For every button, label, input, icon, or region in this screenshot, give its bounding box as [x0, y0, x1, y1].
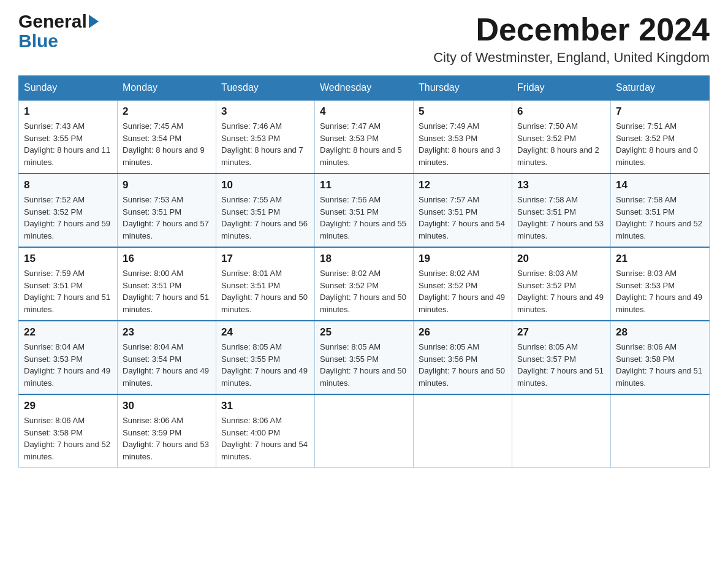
day-number: 28 [616, 326, 704, 339]
calendar-table: SundayMondayTuesdayWednesdayThursdayFrid… [18, 75, 710, 468]
day-info: Sunrise: 8:04 AMSunset: 3:54 PMDaylight:… [123, 342, 209, 388]
calendar-header-saturday: Saturday [611, 76, 710, 101]
calendar-cell: 15 Sunrise: 7:59 AMSunset: 3:51 PMDaylig… [19, 247, 118, 321]
day-number: 16 [123, 253, 211, 265]
calendar-cell: 17 Sunrise: 8:01 AMSunset: 3:51 PMDaylig… [216, 247, 315, 321]
title-section: December 2024 City of Westminster, Engla… [433, 12, 710, 66]
calendar-cell: 18 Sunrise: 8:02 AMSunset: 3:52 PMDaylig… [315, 247, 414, 321]
day-info: Sunrise: 8:05 AMSunset: 3:56 PMDaylight:… [419, 342, 505, 388]
calendar-cell: 12 Sunrise: 7:57 AMSunset: 3:51 PMDaylig… [414, 174, 512, 247]
day-info: Sunrise: 7:43 AMSunset: 3:55 PMDaylight:… [24, 121, 110, 167]
logo-arrow-icon [89, 15, 99, 28]
day-number: 3 [221, 105, 309, 118]
day-info: Sunrise: 8:00 AMSunset: 3:51 PMDaylight:… [123, 269, 209, 314]
day-number: 2 [123, 105, 211, 118]
day-number: 30 [123, 400, 211, 412]
page-header: General Blue December 2024 City of Westm… [18, 12, 710, 66]
day-info: Sunrise: 8:06 AMSunset: 3:58 PMDaylight:… [616, 342, 702, 388]
day-number: 19 [419, 253, 507, 265]
calendar-cell: 16 Sunrise: 8:00 AMSunset: 3:51 PMDaylig… [118, 247, 216, 321]
day-info: Sunrise: 7:47 AMSunset: 3:53 PMDaylight:… [320, 121, 402, 167]
day-number: 9 [123, 179, 211, 191]
day-info: Sunrise: 7:53 AMSunset: 3:51 PMDaylight:… [123, 195, 209, 240]
calendar-week-row: 29 Sunrise: 8:06 AMSunset: 3:58 PMDaylig… [19, 394, 710, 468]
day-info: Sunrise: 7:45 AMSunset: 3:54 PMDaylight:… [123, 121, 205, 167]
calendar-cell [315, 394, 414, 468]
day-info: Sunrise: 7:52 AMSunset: 3:52 PMDaylight:… [24, 195, 110, 240]
day-info: Sunrise: 8:02 AMSunset: 3:52 PMDaylight:… [419, 269, 505, 314]
day-number: 5 [419, 105, 507, 118]
day-info: Sunrise: 7:51 AMSunset: 3:52 PMDaylight:… [616, 121, 698, 167]
calendar-cell: 20 Sunrise: 8:03 AMSunset: 3:52 PMDaylig… [512, 247, 611, 321]
calendar-cell: 3 Sunrise: 7:46 AMSunset: 3:53 PMDayligh… [216, 100, 315, 174]
day-info: Sunrise: 8:06 AMSunset: 3:59 PMDaylight:… [123, 416, 209, 461]
calendar-header-wednesday: Wednesday [315, 76, 414, 101]
day-info: Sunrise: 7:49 AMSunset: 3:53 PMDaylight:… [419, 121, 501, 167]
calendar-cell: 31 Sunrise: 8:06 AMSunset: 4:00 PMDaylig… [216, 394, 315, 468]
logo: General Blue [18, 12, 100, 50]
logo-text-blue: Blue [18, 31, 58, 51]
day-number: 8 [24, 179, 112, 191]
calendar-cell: 11 Sunrise: 7:56 AMSunset: 3:51 PMDaylig… [315, 174, 414, 247]
day-number: 17 [221, 253, 309, 265]
day-number: 25 [320, 326, 408, 339]
day-number: 1 [24, 105, 112, 118]
day-info: Sunrise: 8:05 AMSunset: 3:55 PMDaylight:… [320, 342, 406, 388]
day-info: Sunrise: 7:58 AMSunset: 3:51 PMDaylight:… [517, 195, 604, 240]
calendar-header-thursday: Thursday [414, 76, 512, 101]
day-info: Sunrise: 8:05 AMSunset: 3:55 PMDaylight:… [221, 342, 308, 388]
day-number: 10 [221, 179, 309, 191]
calendar-week-row: 1 Sunrise: 7:43 AMSunset: 3:55 PMDayligh… [19, 100, 710, 174]
calendar-cell: 23 Sunrise: 8:04 AMSunset: 3:54 PMDaylig… [118, 321, 216, 394]
calendar-cell: 9 Sunrise: 7:53 AMSunset: 3:51 PMDayligh… [118, 174, 216, 247]
day-number: 20 [517, 253, 605, 265]
calendar-cell [414, 394, 512, 468]
calendar-cell: 27 Sunrise: 8:05 AMSunset: 3:57 PMDaylig… [512, 321, 611, 394]
day-info: Sunrise: 7:59 AMSunset: 3:51 PMDaylight:… [24, 269, 110, 314]
calendar-cell: 21 Sunrise: 8:03 AMSunset: 3:53 PMDaylig… [611, 247, 710, 321]
day-number: 12 [419, 179, 507, 191]
day-info: Sunrise: 8:04 AMSunset: 3:53 PMDaylight:… [24, 342, 110, 388]
day-number: 23 [123, 326, 211, 339]
day-number: 26 [419, 326, 507, 339]
calendar-cell: 22 Sunrise: 8:04 AMSunset: 3:53 PMDaylig… [19, 321, 118, 394]
day-info: Sunrise: 7:50 AMSunset: 3:52 PMDaylight:… [517, 121, 599, 167]
day-number: 7 [616, 105, 704, 118]
calendar-header-monday: Monday [118, 76, 216, 101]
day-number: 6 [517, 105, 605, 118]
day-number: 27 [517, 326, 605, 339]
day-number: 18 [320, 253, 408, 265]
day-number: 29 [24, 400, 112, 412]
calendar-cell: 4 Sunrise: 7:47 AMSunset: 3:53 PMDayligh… [315, 100, 414, 174]
day-number: 15 [24, 253, 112, 265]
calendar-cell: 28 Sunrise: 8:06 AMSunset: 3:58 PMDaylig… [611, 321, 710, 394]
day-number: 4 [320, 105, 408, 118]
calendar-cell: 5 Sunrise: 7:49 AMSunset: 3:53 PMDayligh… [414, 100, 512, 174]
calendar-week-row: 15 Sunrise: 7:59 AMSunset: 3:51 PMDaylig… [19, 247, 710, 321]
day-info: Sunrise: 8:05 AMSunset: 3:57 PMDaylight:… [517, 342, 604, 388]
day-info: Sunrise: 7:58 AMSunset: 3:51 PMDaylight:… [616, 195, 702, 240]
calendar-cell: 26 Sunrise: 8:05 AMSunset: 3:56 PMDaylig… [414, 321, 512, 394]
day-number: 21 [616, 253, 704, 265]
day-info: Sunrise: 8:03 AMSunset: 3:53 PMDaylight:… [616, 269, 702, 314]
day-info: Sunrise: 7:46 AMSunset: 3:53 PMDaylight:… [221, 121, 303, 167]
day-info: Sunrise: 8:06 AMSunset: 3:58 PMDaylight:… [24, 416, 110, 461]
calendar-header-tuesday: Tuesday [216, 76, 315, 101]
calendar-cell: 29 Sunrise: 8:06 AMSunset: 3:58 PMDaylig… [19, 394, 118, 468]
day-info: Sunrise: 7:55 AMSunset: 3:51 PMDaylight:… [221, 195, 308, 240]
calendar-cell: 6 Sunrise: 7:50 AMSunset: 3:52 PMDayligh… [512, 100, 611, 174]
calendar-header-friday: Friday [512, 76, 611, 101]
day-info: Sunrise: 7:57 AMSunset: 3:51 PMDaylight:… [419, 195, 505, 240]
day-info: Sunrise: 8:02 AMSunset: 3:52 PMDaylight:… [320, 269, 406, 314]
day-number: 31 [221, 400, 309, 412]
day-number: 13 [517, 179, 605, 191]
calendar-cell: 14 Sunrise: 7:58 AMSunset: 3:51 PMDaylig… [611, 174, 710, 247]
calendar-cell [512, 394, 611, 468]
calendar-cell: 2 Sunrise: 7:45 AMSunset: 3:54 PMDayligh… [118, 100, 216, 174]
calendar-cell: 24 Sunrise: 8:05 AMSunset: 3:55 PMDaylig… [216, 321, 315, 394]
location-subtitle: City of Westminster, England, United Kin… [433, 50, 710, 66]
calendar-cell: 13 Sunrise: 7:58 AMSunset: 3:51 PMDaylig… [512, 174, 611, 247]
calendar-cell: 30 Sunrise: 8:06 AMSunset: 3:59 PMDaylig… [118, 394, 216, 468]
day-number: 11 [320, 179, 408, 191]
day-info: Sunrise: 8:01 AMSunset: 3:51 PMDaylight:… [221, 269, 308, 314]
